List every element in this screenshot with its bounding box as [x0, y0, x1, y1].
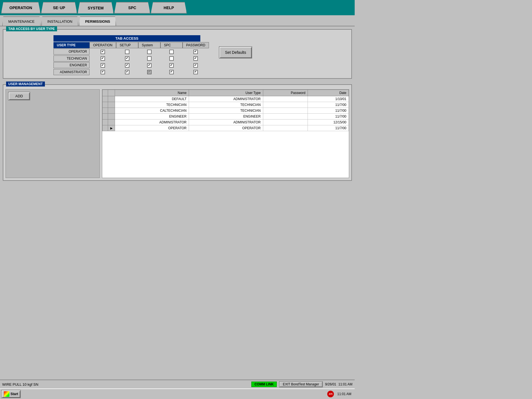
- cell-date: 11/7/00: [308, 108, 349, 114]
- col-spc: SPC: [160, 42, 183, 48]
- checkbox-icon-2-4[interactable]: [193, 63, 198, 68]
- cell-user_type: OPERATOR: [189, 125, 263, 131]
- checkbox-icon-0-4[interactable]: [193, 50, 198, 54]
- checkbox-icon-0-2[interactable]: [147, 50, 152, 54]
- nav-tab-operation[interactable]: OPERATION: [1, 2, 40, 14]
- row-selector[interactable]: [103, 125, 108, 131]
- th-password: Password: [263, 90, 308, 96]
- checkbox-2-3[interactable]: [160, 62, 183, 69]
- checkbox-1-0[interactable]: [89, 55, 116, 62]
- nav-tab-setup[interactable]: SE↑UP: [41, 2, 77, 14]
- cell-name: ADMINISTRATOR: [115, 120, 189, 125]
- row-arrow: ▶: [108, 125, 115, 131]
- cell-password: [263, 102, 308, 108]
- cell-name: TECHNICIAN: [115, 102, 189, 108]
- checkbox-icon-2-2[interactable]: [147, 63, 152, 68]
- checkbox-0-3[interactable]: [160, 48, 183, 55]
- checkbox-2-2[interactable]: [138, 62, 160, 69]
- cell-date: 11/7/00: [308, 102, 349, 108]
- users-table: Name User Type Password Date DEFAULTADMI…: [102, 90, 349, 131]
- users-table-panel: Name User Type Password Date DEFAULTADMI…: [102, 89, 349, 178]
- nav-tab-spc[interactable]: SPC: [114, 2, 150, 14]
- checkbox-1-1[interactable]: [116, 55, 138, 62]
- row-selector[interactable]: [103, 120, 108, 125]
- arrow-icon: ▶: [110, 126, 112, 130]
- checkbox-3-0[interactable]: [89, 69, 116, 76]
- checkbox-icon-1-1[interactable]: [125, 56, 129, 61]
- table-row[interactable]: CALTECHNICIANTECHNICIAN11/7/00: [103, 108, 349, 114]
- user-type-cell-0: OPERATOR: [53, 49, 89, 55]
- nav-tab-system[interactable]: SYSTEM: [78, 2, 114, 14]
- th-name: Name: [115, 90, 189, 96]
- cell-user_type: ADMINISTRATOR: [189, 96, 263, 102]
- table-row[interactable]: ADMINISTRATORADMINISTRATOR12/15/00: [103, 120, 349, 125]
- table-row[interactable]: DEFAULTADMINISTRATOR1/10/01: [103, 96, 349, 102]
- user-management-section: USER MANAGEMENT ADD Name User Type Passw…: [3, 84, 352, 181]
- checkbox-3-4[interactable]: [183, 69, 209, 76]
- row-arrow: [108, 96, 115, 102]
- user-type-header: USER TYPE: [53, 42, 89, 48]
- cell-password: [263, 120, 308, 125]
- cell-name: DEFAULT: [115, 96, 189, 102]
- checkbox-2-4[interactable]: [183, 62, 209, 69]
- checkbox-icon-2-1[interactable]: [125, 63, 129, 68]
- checkbox-3-1[interactable]: [116, 69, 138, 76]
- main-content: TAB ACCESS BY USER TYPE TAB ACCESS USER …: [0, 26, 355, 245]
- user-mgmt-title: USER MANAGEMENT: [6, 82, 45, 87]
- cell-date: 11/7/00: [308, 114, 349, 120]
- checkbox-0-1[interactable]: [116, 48, 138, 55]
- checkbox-3-2[interactable]: [138, 69, 160, 76]
- user-type-cell-2: ENGINEER: [53, 62, 89, 68]
- checkbox-icon-1-3[interactable]: [169, 56, 174, 61]
- checkbox-icon-0-3[interactable]: [169, 50, 174, 54]
- checkbox-icon-1-4[interactable]: [193, 56, 198, 61]
- checkbox-1-2[interactable]: [138, 55, 160, 62]
- sub-tab-installation[interactable]: INSTALLATION: [41, 16, 79, 26]
- cell-password: [263, 108, 308, 114]
- cell-password: [263, 96, 308, 102]
- checkbox-icon-0-0[interactable]: [101, 50, 105, 54]
- cell-user_type: ENGINEER: [189, 114, 263, 120]
- checkbox-0-4[interactable]: [183, 48, 209, 55]
- checkbox-2-0[interactable]: [89, 62, 116, 69]
- checkbox-0-0[interactable]: [89, 48, 116, 55]
- checkbox-1-3[interactable]: [160, 55, 183, 62]
- row-selector[interactable]: [103, 102, 108, 108]
- table-row[interactable]: ▶OPERATOROPERATOR11/7/00: [103, 125, 349, 131]
- checkbox-icon-3-2[interactable]: [147, 70, 152, 74]
- sub-tab-permissions[interactable]: PERMISSIONS: [79, 16, 116, 26]
- table-row[interactable]: ENGINEERENGINEER11/7/00: [103, 114, 349, 120]
- cell-password: [263, 114, 308, 120]
- checkbox-0-2[interactable]: [138, 48, 160, 55]
- add-button[interactable]: ADD: [8, 92, 30, 100]
- th-user-type: User Type: [189, 90, 263, 96]
- cell-name: CALTECHNICIAN: [115, 108, 189, 114]
- sub-tab-maintenance[interactable]: MAINTENANCE: [2, 16, 41, 26]
- checkbox-icon-1-0[interactable]: [101, 56, 105, 61]
- checkbox-icon-3-1[interactable]: [125, 70, 129, 74]
- cell-name: ENGINEER: [115, 114, 189, 120]
- checkbox-1-4[interactable]: [183, 55, 209, 62]
- checkbox-icon-2-0[interactable]: [101, 63, 105, 68]
- row-selector[interactable]: [103, 114, 108, 120]
- table-row[interactable]: TECHNICIANTECHNICIAN11/7/00: [103, 102, 349, 108]
- cell-password: [263, 125, 308, 131]
- th-selector: [103, 90, 108, 96]
- checkbox-icon-3-0[interactable]: [101, 70, 105, 74]
- cell-date: 11/7/00: [308, 125, 349, 131]
- nav-tab-help[interactable]: HELP: [151, 2, 187, 14]
- row-selector[interactable]: [103, 108, 108, 114]
- tab-access-title: TAB ACCESS BY USER TYPE: [6, 26, 57, 31]
- checkbox-icon-3-4[interactable]: [193, 70, 198, 74]
- checkbox-2-1[interactable]: [116, 62, 138, 69]
- checkbox-icon-1-2[interactable]: [147, 56, 152, 61]
- left-panel: ADD: [6, 89, 100, 178]
- set-defaults-button[interactable]: Set Defaults: [219, 46, 252, 59]
- row-selector[interactable]: [103, 96, 108, 102]
- checkbox-icon-3-3[interactable]: [169, 70, 174, 74]
- checkbox-icon-2-3[interactable]: [169, 63, 174, 68]
- tab-access-section: TAB ACCESS BY USER TYPE TAB ACCESS USER …: [3, 29, 352, 79]
- row-arrow: [108, 108, 115, 114]
- checkbox-icon-0-1[interactable]: [125, 50, 129, 54]
- checkbox-3-3[interactable]: [160, 69, 183, 76]
